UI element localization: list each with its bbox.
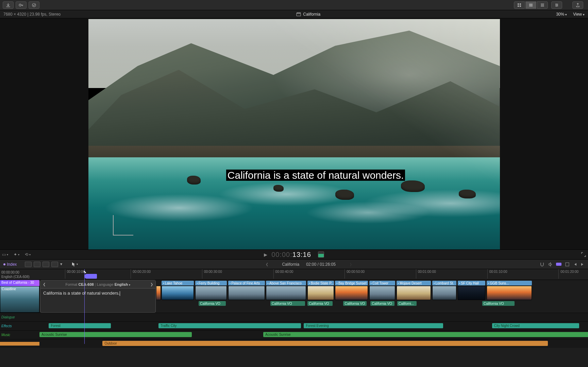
- play-button[interactable]: ▶: [264, 252, 267, 257]
- timeline-project-name: California: [282, 262, 299, 267]
- caption-prev-button[interactable]: ❮: [40, 282, 48, 286]
- clip-thumbnail[interactable]: [228, 286, 265, 300]
- clip-thumbnail[interactable]: [162, 286, 194, 300]
- clip-thumbnail[interactable]: [195, 286, 227, 300]
- clip-thumbnail[interactable]: [156, 286, 161, 300]
- timecode-display[interactable]: 00:00:13:16: [271, 250, 311, 259]
- audio-region[interactable]: Forest: [49, 323, 111, 328]
- voiceover-clip[interactable]: California VO: [199, 301, 226, 306]
- connected-clip[interactable]: Lombard St.: [432, 281, 456, 285]
- clip-thumbnail[interactable]: [307, 286, 334, 300]
- ambience-lane-track[interactable]: Outdoor: [39, 339, 588, 348]
- retime-menu[interactable]: ⟲▾: [25, 252, 31, 257]
- effects-lane-track[interactable]: ForestTraffic CityForest EveningCity Nig…: [39, 322, 588, 330]
- connected-clip[interactable]: SF City Hall: [458, 281, 485, 285]
- audio-region[interactable]: Acoustic Sunrise: [263, 332, 588, 337]
- caption-format-language[interactable]: Format CEA-608 | Language English ▾: [48, 282, 148, 286]
- browser-compound-clip[interactable]: Best of California - 30: [0, 280, 39, 286]
- connected-clip[interactable]: Coit Tower: [369, 281, 395, 285]
- timeline-clips-strip[interactable]: California VOCalifornia VOCalifornia VOC…: [156, 280, 588, 313]
- tools-menu[interactable]: ▾: [60, 262, 64, 267]
- timeline-index-button[interactable]: Index: [3, 262, 17, 267]
- browser-clip-thumb[interactable]: Coastline: [0, 286, 39, 313]
- overwrite-clip-button[interactable]: [51, 262, 58, 267]
- audio-region[interactable]: Acoustic Sunrise: [39, 332, 192, 337]
- clip-thumbnail[interactable]: [458, 286, 485, 300]
- timeline-history-forward[interactable]: ❯: [342, 262, 359, 266]
- viewer-canvas[interactable]: California is a state of natural wonders…: [88, 19, 500, 249]
- audio-region[interactable]: Forest Evening: [304, 323, 443, 328]
- view-mode-group: [514, 1, 548, 9]
- svg-rect-2: [518, 3, 519, 5]
- clapperboard-icon: [296, 12, 301, 16]
- svg-point-11: [556, 5, 557, 6]
- grid-view-button[interactable]: [514, 1, 525, 9]
- bg-tasks-button[interactable]: [29, 1, 39, 9]
- connected-clip[interactable]: Bay Bridge Sunset: [335, 281, 368, 285]
- audio-region[interactable]: Traffic City: [158, 323, 301, 328]
- filmstrip-view-button[interactable]: [537, 1, 548, 9]
- resolution-fps-label: 7680 × 4320 | 23.98 fps, Stereo: [3, 12, 61, 17]
- audio-region[interactable]: Outdoor: [102, 341, 548, 346]
- dialogue-lane-track[interactable]: [39, 313, 588, 321]
- effects-tool-menu[interactable]: ✦▾: [14, 252, 19, 257]
- zoom-dropdown[interactable]: 30%▾: [556, 12, 567, 17]
- view-dropdown[interactable]: View▾: [573, 12, 585, 17]
- ruler-origin-col: 00:00:00:00 English (CEA-608): [0, 269, 39, 280]
- snapping-button[interactable]: [540, 262, 544, 267]
- timeline-history-back[interactable]: ❮: [259, 262, 275, 266]
- connect-clip-button[interactable]: [25, 262, 32, 267]
- fullscreen-button[interactable]: [581, 252, 586, 257]
- voiceover-clip[interactable]: California VO: [270, 301, 305, 306]
- timeline-ruler[interactable]: 00:00:00:00 English (CEA-608) 00:00:10:0…: [0, 269, 588, 280]
- caption-next-button[interactable]: ❯: [148, 282, 155, 286]
- skimming-button[interactable]: [556, 262, 561, 267]
- insert-clip-button[interactable]: [34, 262, 40, 267]
- music-lane-track[interactable]: Acoustic SunriseAcoustic Sunrise: [39, 331, 588, 339]
- clip-appearance-menu[interactable]: ▭▾: [2, 252, 8, 257]
- list-view-button[interactable]: [525, 1, 536, 9]
- clip-thumbnail[interactable]: [432, 286, 456, 300]
- voiceover-clip[interactable]: California VO: [370, 301, 394, 306]
- effects-lane-label: Effects: [0, 324, 39, 328]
- audio-region[interactable]: City Night Crowd: [492, 323, 579, 328]
- clip-thumbnail[interactable]: [369, 286, 395, 300]
- caption-text-input[interactable]: California is a state of natural wonders…: [40, 289, 155, 312]
- timeline-header: Index ▾ ▾ ❮ California 02:00 / 01:26:05 …: [0, 260, 588, 269]
- voiceover-clip[interactable]: California VO: [343, 301, 367, 306]
- share-button[interactable]: [572, 1, 583, 9]
- go-to-end-button[interactable]: [581, 262, 585, 266]
- audio-skimming-button[interactable]: [548, 262, 553, 267]
- inspector-button[interactable]: [551, 1, 562, 9]
- ruler-ticks[interactable]: 00:00:10:0000:00:20:0000:00:30:0000:00:4…: [39, 269, 588, 280]
- role-lanes: Dialogue Effects ForestTraffic CityFores…: [0, 313, 588, 348]
- keyword-button[interactable]: [16, 1, 27, 9]
- connected-clip[interactable]: Mojave Desert: [397, 281, 431, 285]
- clip-thumbnail[interactable]: [487, 286, 532, 300]
- connected-clip[interactable]: Above San Francisco: [266, 281, 306, 285]
- voiceover-clip[interactable]: California VO: [307, 301, 333, 306]
- solo-button[interactable]: [565, 262, 570, 267]
- connected-clip[interactable]: Bodie State P...: [307, 281, 334, 285]
- voiceover-clip[interactable]: Californi...: [397, 301, 417, 306]
- svg-rect-4: [518, 5, 519, 7]
- clip-thumbnail[interactable]: [335, 286, 368, 300]
- ambience-lane-label: Ambience: [0, 342, 39, 346]
- dialogue-lane: Dialogue: [0, 313, 588, 321]
- dialogue-lane-label: Dialogue: [0, 315, 39, 319]
- connected-clip[interactable]: Lake Tahoe: [162, 281, 194, 285]
- audio-meter[interactable]: [318, 251, 324, 258]
- select-tool-menu[interactable]: ▾: [72, 262, 78, 267]
- connected-clip[interactable]: Ferry Building: [195, 281, 227, 285]
- browser-column: Best of California - 30 Coastline: [0, 280, 39, 313]
- connected-clip[interactable]: Palace of Fine Arts: [228, 281, 265, 285]
- go-to-start-button[interactable]: [573, 262, 577, 266]
- append-clip-button[interactable]: [43, 262, 49, 267]
- voiceover-clip[interactable]: California VO: [482, 301, 515, 306]
- caption-marker[interactable]: [84, 274, 97, 279]
- clip-thumbnail[interactable]: [397, 286, 431, 300]
- project-title: California: [303, 12, 320, 17]
- connected-clip[interactable]: GGB Suns...: [487, 281, 532, 285]
- clip-thumbnail[interactable]: [266, 286, 306, 300]
- import-button[interactable]: [3, 1, 14, 9]
